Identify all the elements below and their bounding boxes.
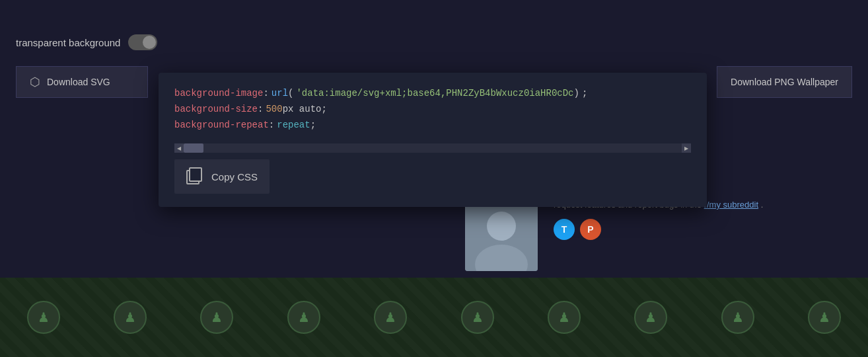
svg-point-1 [487, 212, 516, 241]
code-line-1: background-image : url ( 'data:image/svg… [174, 86, 691, 102]
scroll-track[interactable] [184, 143, 682, 153]
semicolon-3: ; [310, 118, 316, 134]
scroll-left-arrow[interactable]: ◀ [174, 143, 184, 153]
paren-close-1: ) [574, 86, 579, 102]
top-bar: transparent background [0, 25, 868, 60]
twitter-icon[interactable]: T [554, 219, 575, 240]
code-block: background-image : url ( 'data:image/svg… [159, 73, 707, 139]
code-line-2: background-size : 500 px auto ; [174, 102, 691, 118]
copy-icon-front [189, 167, 202, 182]
download-png-button[interactable]: Download PNG Wallpaper [717, 66, 852, 98]
avatar-4: ♟ [287, 301, 320, 334]
func-url: url [271, 86, 288, 102]
colon-2: : [258, 102, 263, 118]
avatar-6: ♟ [461, 301, 494, 334]
avatar-10: ♟ [808, 301, 841, 334]
avatar-row: ♟ ♟ ♟ ♟ ♟ ♟ ♟ ♟ ♟ ♟ [13, 301, 855, 334]
code-line-3: background-repeat : repeat ; [174, 118, 691, 134]
paren-open-1: ( [288, 86, 293, 102]
scroll-right-arrow[interactable]: ▶ [682, 143, 691, 153]
data-url-string: 'data:image/svg+xml;base64,PHN2ZyB4bWxuc… [296, 86, 573, 102]
prop-background-size: background-size [174, 102, 258, 118]
transparent-background-toggle[interactable] [128, 34, 157, 50]
colon-3: : [269, 118, 274, 134]
social-icons-row: T P [554, 219, 852, 240]
avatar-1: ♟ [27, 301, 60, 334]
avatar-8: ♟ [634, 301, 667, 334]
semicolon-1: ; [582, 86, 587, 102]
copy-css-button[interactable]: Copy CSS [174, 159, 270, 194]
colon-1: : [263, 86, 268, 102]
copy-icon [186, 167, 205, 186]
prop-background-repeat: background-repeat [174, 118, 269, 134]
avatar-9: ♟ [721, 301, 754, 334]
semicolon-2: ; [321, 102, 326, 118]
right-panel-suffix: . [761, 200, 764, 210]
copy-css-label: Copy CSS [211, 171, 258, 182]
avatar-3: ♟ [200, 301, 233, 334]
avatar-photo-svg [465, 198, 538, 271]
download-svg-label: Download SVG [47, 77, 110, 87]
avatar-7: ♟ [548, 301, 581, 334]
bottom-pattern: ♟ ♟ ♟ ♟ ♟ ♟ ♟ ♟ ♟ ♟ [0, 278, 868, 357]
prop-background-image: background-image [174, 86, 263, 102]
download-png-label: Download PNG Wallpaper [731, 77, 838, 87]
avatar-5: ♟ [374, 301, 407, 334]
size-num: 500 [266, 102, 282, 118]
producthunt-icon[interactable]: P [580, 219, 601, 240]
code-scrollbar[interactable]: ◀ ▶ [174, 143, 691, 153]
repeat-keyword: repeat [277, 118, 310, 134]
user-avatar-photo [465, 198, 538, 271]
transparent-background-label: transparent background [16, 37, 120, 48]
download-svg-button[interactable]: ⬡ Download SVG [16, 66, 148, 98]
avatar-2: ♟ [114, 301, 147, 334]
subreddit-link[interactable]: r/my subreddit [704, 200, 758, 210]
svg-icon: ⬡ [30, 75, 40, 89]
css-code-modal: background-image : url ( 'data:image/svg… [159, 73, 707, 207]
scroll-thumb[interactable] [184, 143, 203, 153]
size-unit: px auto [283, 102, 322, 118]
